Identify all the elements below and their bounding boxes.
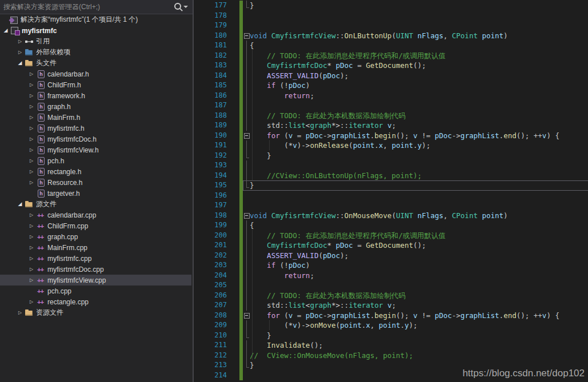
expander-icon[interactable]: ▷ [27, 101, 36, 112]
search-input[interactable]: 搜索解决方案资源管理器(Ctrl+;) [3, 0, 100, 14]
code-line[interactable]: 210 } [195, 331, 588, 341]
tree-item[interactable]: ▷myfisrtmfcDoc.h [0, 134, 191, 144]
expander-icon[interactable]: ▷ [27, 69, 36, 79]
code-line[interactable]: 208 for (v = pDoc->graphList.begin(); v … [195, 311, 588, 321]
expander-icon[interactable]: ▷ [27, 134, 36, 144]
expander-icon[interactable]: ▷ [27, 90, 36, 101]
expander-icon[interactable]: ▷ [15, 47, 25, 58]
expander-icon[interactable]: ▷ [27, 177, 36, 188]
expander-icon[interactable]: ▷ [27, 166, 36, 177]
code-line[interactable]: 204 return; [195, 271, 588, 281]
expander-icon[interactable]: ▷ [27, 231, 36, 242]
expander-icon[interactable]: ▷ [27, 264, 36, 275]
code-line[interactable]: 201 CmyfisrtmfcDoc* pDoc = GetDocument()… [195, 240, 588, 251]
tree-item[interactable]: ▷Resource.h [0, 177, 191, 188]
code-editor[interactable]: 177}178179180void CmyfisrtmfcView::OnLBu… [195, 0, 588, 382]
code-line[interactable]: 186 return; [195, 91, 588, 101]
code-line[interactable]: 211 Invalidate(); [195, 340, 588, 351]
tree-item[interactable]: ▷graph.cpp [0, 231, 191, 242]
tree-item[interactable]: ▷framework.h [0, 90, 191, 101]
expander-icon[interactable]: ◢ [15, 58, 25, 69]
expander-icon[interactable]: ◢ [1, 25, 10, 36]
code-line[interactable]: 199{ [195, 220, 588, 231]
tree-item[interactable]: ▷myfisrtmfcView.cpp [0, 275, 191, 286]
code-token: ) [503, 211, 508, 220]
code-line[interactable]: 206 // TODO: 在此处为本机数据添加绘制代码 [195, 291, 588, 301]
code-line[interactable]: 198void CmyfisrtmfcView::OnMouseMove(UIN… [195, 211, 588, 221]
code-line[interactable]: 184 ASSERT_VALID(pDoc); [195, 71, 588, 81]
code-line[interactable]: 190 for (v = pDoc->graphList.begin(); v … [195, 131, 588, 141]
tree-item[interactable]: ▷外部依赖项 [0, 47, 191, 58]
tree-item[interactable]: ▷rectangle.h [0, 166, 191, 177]
expander-icon[interactable]: ▷ [15, 307, 25, 318]
code-line[interactable]: 202 ASSERT_VALID(pDoc); [195, 251, 588, 261]
tree-item[interactable]: ▷myfisrtmfcDoc.cpp [0, 264, 191, 275]
code-line[interactable]: 194 //CView::OnLButtonUp(nFlags, point); [195, 171, 588, 181]
expander-icon[interactable]: ▷ [27, 79, 36, 90]
tree-item[interactable]: ▷引用 [0, 36, 191, 47]
code-token: ( [318, 71, 323, 80]
code-line[interactable]: 196 [195, 191, 588, 201]
expander-icon[interactable]: ▷ [27, 253, 36, 264]
code-line[interactable]: 192 } [195, 151, 588, 161]
code-line[interactable]: 205 [195, 280, 588, 291]
tree-item[interactable]: ◢源文件 [0, 199, 191, 210]
tree-item-label: 头文件 [36, 58, 57, 68]
expander-icon[interactable]: ▷ [27, 275, 36, 286]
tree-item-label: myfisrtmfc.cpp [47, 255, 91, 263]
tree-item[interactable]: ▷pch.h [0, 155, 191, 166]
line-number: 213 [195, 360, 227, 371]
tree-item[interactable]: ▷myfisrtmfc.h [0, 123, 191, 134]
tree-item[interactable]: ▷graph.h [0, 101, 191, 112]
indent-guide [252, 50, 253, 180]
code-line[interactable]: 177} [195, 1, 588, 11]
expander-icon[interactable]: ▷ [27, 123, 36, 134]
tree-item[interactable]: ▷MainFrm.cpp [0, 242, 191, 253]
tree-item[interactable]: ▷MainFrm.h [0, 112, 191, 123]
code-text: Invalidate(); [250, 340, 323, 351]
expander-icon[interactable]: ▷ [27, 112, 36, 123]
expander-icon[interactable]: ▷ [27, 144, 36, 155]
tree-item[interactable]: ◢myfisrtmfc [0, 25, 191, 36]
tree-item[interactable]: 解决方案“myfisrtmfc”(1 个项目/共 1 个) [0, 14, 191, 25]
code-token: std:: [250, 301, 289, 309]
code-line[interactable]: 191 (*v)->onRelease(point.x, point.y); [195, 140, 588, 151]
expander-icon[interactable]: ▷ [27, 155, 36, 166]
tree-item[interactable]: targetver.h [0, 188, 191, 199]
tree-item[interactable]: ▷资源文件 [0, 307, 191, 318]
code-line[interactable]: 195} [195, 180, 588, 191]
tree-item[interactable]: ▷myfisrtmfc.cpp [0, 253, 191, 264]
tree-item[interactable]: ▷calendarbar.h [0, 69, 191, 79]
code-line[interactable]: 209 (*v)->onMove(point.x, point.y); [195, 320, 588, 331]
search-button[interactable] [173, 2, 188, 11]
tree-item[interactable]: ▷calendarbar.cpp [0, 210, 191, 220]
code-line[interactable]: 183 CmyfisrtmfcDoc* pDoc = GetDocument()… [195, 61, 588, 71]
code-line[interactable]: 189 std::list<graph*>::iterator v; [195, 120, 588, 131]
expander-icon[interactable]: ▷ [15, 36, 25, 47]
expander-icon[interactable]: ▷ [27, 296, 36, 307]
expander-icon[interactable]: ◢ [15, 199, 25, 210]
tree-item[interactable]: pch.cpp [0, 286, 191, 296]
code-line[interactable]: 182 // TODO: 在此添加消息处理程序代码和/或调用默认值 [195, 51, 588, 61]
expander-icon[interactable]: ▷ [27, 210, 36, 220]
code-line[interactable]: 203 if (!pDoc) [195, 260, 588, 271]
tree-item[interactable]: ◢头文件 [0, 58, 191, 69]
code-line[interactable]: 180void CmyfisrtmfcView::OnLButtonUp(UIN… [195, 31, 588, 41]
tree-item[interactable]: ▷myfisrtmfcView.h [0, 144, 191, 155]
expander-icon[interactable]: ▷ [27, 242, 36, 253]
code-line[interactable]: 212// CView::OnMouseMove(nFlags, point); [195, 351, 588, 361]
code-line[interactable]: 200 // TODO: 在此添加消息处理程序代码和/或调用默认值 [195, 231, 588, 241]
code-line[interactable]: 193 [195, 160, 588, 171]
code-line[interactable]: 187 [195, 100, 588, 111]
code-line[interactable]: 188 // TODO: 在此处为本机数据添加绘制代码 [195, 111, 588, 121]
code-line[interactable]: 207 std::list<graph*>::iterator v; [195, 300, 588, 311]
code-line[interactable]: 181{ [195, 41, 588, 51]
expander-icon[interactable]: ▷ [27, 220, 36, 231]
tree-item[interactable]: ▷rectangle.cpp [0, 296, 191, 307]
code-line[interactable]: 197 [195, 200, 588, 211]
code-line[interactable]: 178 [195, 11, 588, 21]
code-line[interactable]: 185 if (!pDoc) [195, 81, 588, 91]
tree-item[interactable]: ▷ChildFrm.h [0, 79, 191, 90]
tree-item[interactable]: ▷ChildFrm.cpp [0, 220, 191, 231]
code-line[interactable]: 179 [195, 21, 588, 31]
